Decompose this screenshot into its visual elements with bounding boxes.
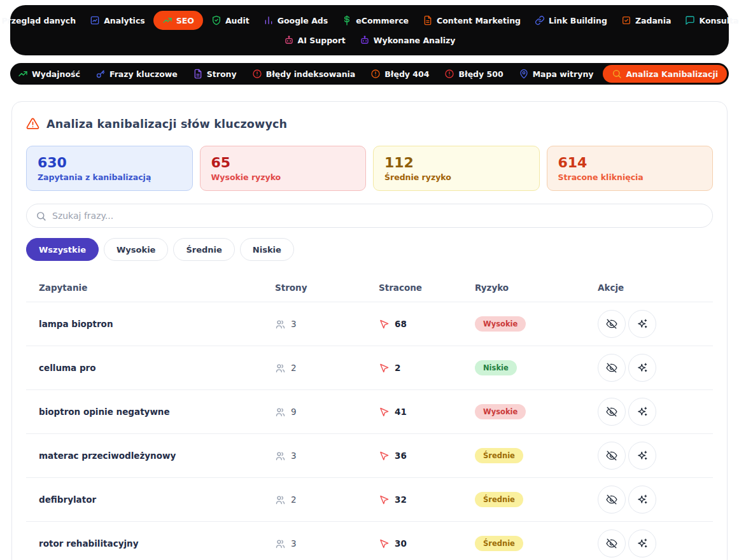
ai-analyze-button[interactable] [628,442,656,470]
filter-low[interactable]: Niskie [240,238,294,261]
hide-button[interactable] [598,354,626,382]
subnav-item-bledy-404[interactable]: Błędy 404 [365,66,435,82]
actions-cell [598,442,713,470]
nav-label: Przegląd danych [1,16,76,25]
actions-cell [598,486,713,514]
filter-all[interactable]: Wszystkie [26,238,99,261]
nav-item-content-marketing[interactable]: Content Marketing [417,11,526,29]
subnav-item-analiza-kanibalizacji[interactable]: Analiza Kanibalizacji [603,65,727,83]
stat-cards: 630 Zapytania z kanibalizacją 65 Wysokie… [26,146,713,191]
search-input[interactable] [52,211,703,221]
users-icon [275,319,286,330]
ai-analyze-button[interactable] [628,354,656,382]
lost-clicks-cell: 2 [379,363,475,374]
subnav-label: Mapa witryny [533,69,594,79]
table-row: rotor rehabilitacyjny 3 30 Średnie [26,522,713,560]
nav-item-google-ads[interactable]: Google Ads [258,11,334,29]
stat-label: Średnie ryzyko [384,172,528,182]
stat-value: 614 [558,155,702,171]
nav-label: Wykonane Analizy [374,36,456,45]
nav-item-ecommerce[interactable]: eCommerce [336,11,414,29]
nav-item-wykonane-analizy[interactable]: Wykonane Analizy [354,31,461,49]
nav-item-seo[interactable]: SEO [153,11,203,30]
nav-label: Analytics [104,16,145,25]
search-icon [36,211,46,221]
eye-off-icon [606,318,617,330]
subnav-item-strony[interactable]: Strony [187,66,243,82]
shield-check-icon [211,15,222,25]
lost-clicks-cell: 30 [379,538,475,549]
check-square-icon [621,15,631,25]
query-cell: defibrylator [39,494,275,505]
hide-button[interactable] [598,398,626,426]
nav-item-audit[interactable]: Audit [206,11,255,29]
subnav-label: Błędy 404 [384,69,429,79]
stat-card-lost-clicks: 614 Stracone kliknięcia [547,146,714,191]
users-icon [275,538,286,549]
users-icon [275,363,286,374]
risk-cell: Średnie [475,448,598,463]
query-cell: bioptron opinie negatywne [39,407,275,417]
column-header-lost: Stracone [379,283,475,293]
sparkles-icon [637,538,648,549]
filter-high[interactable]: Wysokie [104,238,168,261]
nav-label: Content Marketing [437,16,521,25]
primary-nav: Przegląd danych Analytics SEO Audit Goog… [10,5,729,55]
hide-button[interactable] [598,529,626,557]
nav-item-zadania[interactable]: Zadania [616,11,677,29]
subnav-item-bledy-500[interactable]: Błędy 500 [439,66,509,82]
stat-card-high-risk: 65 Wysokie ryzyko [200,146,367,191]
subnav-item-frazy-kluczowe[interactable]: Frazy kluczowe [90,66,183,82]
hide-button[interactable] [598,486,626,514]
ai-analyze-button[interactable] [628,529,656,557]
pages-count: 2 [291,494,297,505]
column-header-query: Zapytanie [39,283,275,293]
link-icon [535,15,545,25]
ai-analyze-button[interactable] [628,486,656,514]
main-panel: Analiza kanibalizacji słów kluczowych 63… [11,101,728,560]
stat-value: 65 [211,155,355,171]
nav-item-link-building[interactable]: Link Building [529,11,613,29]
risk-cell: Średnie [475,536,598,551]
subnav-item-mapa-witryny[interactable]: Mapa witryny [513,66,600,82]
seo-subnav: Wydajność Frazy kluczowe Strony Błędy in… [10,63,729,85]
document-icon [193,69,203,79]
lost-count: 41 [395,407,407,417]
sparkles-icon [637,406,648,417]
subnav-item-bledy-indeksowania[interactable]: Błędy indeksowania [246,66,362,82]
users-icon [275,494,286,505]
pages-count: 2 [291,363,297,373]
lost-count: 30 [395,538,407,549]
subnav-item-wydajnosc[interactable]: Wydajność [12,66,86,82]
key-icon [95,69,106,79]
lost-count: 68 [395,319,407,329]
actions-cell [598,398,713,426]
stat-label: Wysokie ryzyko [211,172,355,182]
nav-label: AI Support [298,36,346,45]
hide-button[interactable] [598,310,626,338]
trending-up-icon [18,69,28,79]
line-chart-icon [90,15,100,25]
nav-item-konsultacje[interactable]: Konsultacje [679,11,739,29]
eye-off-icon [606,406,617,417]
hide-button[interactable] [598,442,626,470]
filter-medium[interactable]: Średnie [173,238,234,261]
ai-analyze-button[interactable] [628,398,656,426]
nav-item-przeglad-danych[interactable]: Przegląd danych [0,11,81,29]
pages-cell: 2 [275,494,379,505]
table-row: materac przeciwodleżynowy 3 36 Średnie [26,434,713,478]
nav-item-ai-support[interactable]: AI Support [278,31,351,49]
query-cell: materac przeciwodleżynowy [39,451,275,461]
nav-item-analytics[interactable]: Analytics [84,11,151,29]
ai-analyze-button[interactable] [628,310,656,338]
nav-label: Link Building [549,16,607,25]
pages-count: 3 [291,538,297,549]
bot-icon [360,35,370,45]
query-cell: celluma pro [39,363,275,373]
pages-count: 3 [291,319,297,329]
actions-cell [598,529,713,557]
subnav-label: Strony [207,69,237,79]
risk-cell: Wysokie [475,404,598,419]
primary-nav-row-2: AI Support Wykonane Analizy [19,31,720,49]
nav-label: Audit [225,16,250,25]
